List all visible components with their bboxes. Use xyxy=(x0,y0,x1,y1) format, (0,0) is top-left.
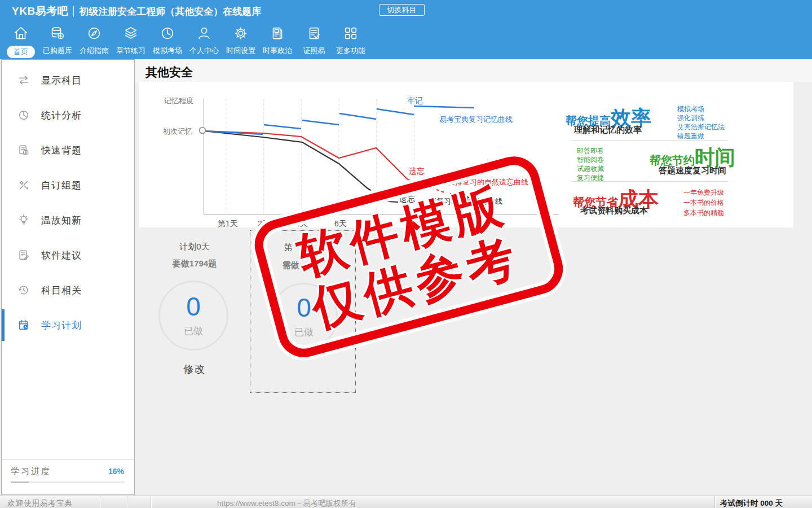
x-tick-day2: 2天 xyxy=(258,219,270,227)
nav-time-settings[interactable]: 时间设置 xyxy=(223,25,259,56)
promo-item: 模拟考场 xyxy=(677,104,725,113)
promo-item: 试题收藏 xyxy=(577,164,604,173)
swap-icon xyxy=(17,74,30,86)
nav-purchased-banks[interactable]: 已购题库 xyxy=(39,25,76,56)
sidebar-item-label: 科目相关 xyxy=(41,284,82,297)
black-forgetting-curve xyxy=(204,131,398,202)
promo-item: 艾宾浩斯记忆法 xyxy=(677,122,725,132)
plan-day-count: 0 xyxy=(297,295,311,321)
study-progress-bar xyxy=(11,481,125,483)
app-logo: YKB易考吧 xyxy=(12,4,68,19)
plan-total-questions: 要做1794题 xyxy=(149,259,240,269)
brand-divider xyxy=(73,6,74,17)
sidebar-item-label: 统计分析 xyxy=(41,109,82,122)
plan-icon xyxy=(17,319,30,331)
nav-more-functions-label: 更多功能 xyxy=(336,46,365,56)
nav-guide[interactable]: 介绍指南 xyxy=(76,25,112,56)
nav-mock-exam[interactable]: 模拟考场 xyxy=(149,25,186,56)
news-icon xyxy=(269,25,286,42)
plan-day-card[interactable]: 第 需做 0 已做 xyxy=(250,230,356,393)
sidebar-item-software-suggestions[interactable]: 软件建议 xyxy=(2,239,134,271)
layers-icon xyxy=(122,25,139,42)
nav-chapter-practice[interactable]: 章节练习 xyxy=(113,25,149,56)
sidebar: 显示科目 统计分析 快速背题 自订组题 温故知新 软件建议 科目相关 学习计划 xyxy=(1,59,135,495)
nav-personal-center-label: 个人中心 xyxy=(189,46,219,56)
x-tick-day1: 第1天 xyxy=(218,219,238,227)
promo-item: 一年免费升级 xyxy=(683,187,724,198)
nav-zhengzhaoyi[interactable]: 证照易 xyxy=(296,25,332,56)
black-curve-desc: 不复习的自然遗忘曲线 xyxy=(429,197,502,205)
compass-icon xyxy=(86,25,103,42)
app-title: 初级注册安全工程师（其他安全）在线题库 xyxy=(79,5,261,18)
statusbar-divider xyxy=(714,496,715,508)
promo-cost-list: 一年免费升级 一本书的价格 多本书的精髓 xyxy=(683,187,724,218)
study-progress-fill xyxy=(11,481,29,483)
nav-zhengzhaoyi-label: 证照易 xyxy=(303,46,325,56)
nav-guide-label: 介绍指南 xyxy=(80,46,109,56)
nav-more-functions[interactable]: 更多功能 xyxy=(333,25,369,56)
promo-time-list: 即答即看 智能阅卷 试题收藏 复习便捷 xyxy=(577,146,604,182)
bulb-icon xyxy=(17,214,30,226)
sidebar-item-label: 温故知新 xyxy=(41,214,82,227)
statusbar-divider xyxy=(100,496,100,508)
promo-item: 即答即看 xyxy=(577,146,604,155)
person-icon xyxy=(196,25,213,42)
sidebar-item-statistics[interactable]: 统计分析 xyxy=(2,99,134,131)
promo-cost-sub: 考试资料购买成本 xyxy=(580,205,648,216)
certificate-icon xyxy=(306,25,323,42)
sidebar-item-label: 显示科目 xyxy=(41,74,82,87)
database-icon xyxy=(49,25,66,42)
nav-personal-center[interactable]: 个人中心 xyxy=(186,25,222,56)
grid-icon xyxy=(342,25,359,42)
sidebar-item-study-plan[interactable]: 学习计划 xyxy=(2,309,134,341)
sidebar-item-custom-sets[interactable]: 自订组题 xyxy=(2,169,134,201)
promo-divider xyxy=(571,181,728,182)
statusbar-welcome: 欢迎使用易考宝典 xyxy=(7,498,73,508)
memory-curve-panel: 记忆程度 初次记忆 牢记 易考宝典复习记忆曲线 遗忘 不经安排复习的自然遗忘曲线… xyxy=(139,82,793,227)
nav-purchased-banks-label: 已购题库 xyxy=(43,46,72,56)
sidebar-item-show-subjects[interactable]: 显示科目 xyxy=(2,64,134,96)
statusbar-divider xyxy=(151,496,151,508)
promo-time-sub: 答题速度复习时间 xyxy=(659,165,726,176)
sidebar-item-subject-related[interactable]: 科目相关 xyxy=(2,274,134,306)
home-icon xyxy=(12,25,29,42)
header: YKB易考吧 初级注册安全工程师（其他安全）在线题库 切换科目 首页 已购题库 … xyxy=(0,0,812,59)
history-icon xyxy=(17,284,30,296)
brand: YKB易考吧 初级注册安全工程师（其他安全）在线题库 xyxy=(12,4,261,19)
statusbar-divider xyxy=(127,496,127,508)
study-progress-value: 16% xyxy=(108,467,124,476)
switch-subject-button[interactable]: 切换科目 xyxy=(379,4,425,16)
initial-memory-marker xyxy=(200,128,206,134)
promo-divider xyxy=(571,140,728,141)
nav-home-label: 首页 xyxy=(7,46,35,58)
nav-time-settings-label: 时间设置 xyxy=(226,46,255,56)
gridlines xyxy=(226,99,414,214)
memory-curve-chart: 记忆程度 初次记忆 牢记 易考宝典复习记忆曲线 遗忘 不经安排复习的自然遗忘曲线… xyxy=(139,82,573,227)
x-tick-day4: 4天 xyxy=(295,219,308,227)
promo-efficiency-list: 模拟考场 强化训练 艾宾浩斯记忆法 错题重做 xyxy=(677,104,725,141)
y-axis-label: 记忆程度 xyxy=(164,97,193,105)
initial-memory-label: 初次记忆 xyxy=(163,127,192,135)
clock-icon xyxy=(159,25,176,42)
pie-icon xyxy=(17,109,30,121)
nav-chapter-practice-label: 章节练习 xyxy=(116,46,145,56)
sidebar-item-review-old[interactable]: 温故知新 xyxy=(2,204,134,236)
nav-home[interactable]: 首页 xyxy=(3,25,39,58)
gear-icon xyxy=(232,25,249,42)
plan-edit-button[interactable]: 修改 xyxy=(175,362,214,376)
x-tick-day6: 6天 xyxy=(334,219,347,227)
red-curve-desc: 不经安排复习的自然遗忘曲线 xyxy=(433,178,528,186)
app-window: YKB易考吧 初级注册安全工程师（其他安全）在线题库 切换科目 首页 已购题库 … xyxy=(0,0,812,508)
flash-book-icon xyxy=(17,144,30,156)
title-strip xyxy=(135,59,812,82)
exam-countdown: 考试倒计时 000 天 xyxy=(720,498,783,508)
plan-day-need: 需做 xyxy=(250,260,331,271)
plan-done-label: 已做 xyxy=(184,325,203,338)
nav-mock-exam-label: 模拟考场 xyxy=(153,46,182,56)
plan-day-circle: 0 已做 xyxy=(270,283,338,351)
tools-icon xyxy=(17,179,30,191)
nav-current-politics[interactable]: 时事政治 xyxy=(259,25,295,56)
sidebar-item-quick-memorize[interactable]: 快速背题 xyxy=(2,134,134,166)
promo-item: 错题重做 xyxy=(677,132,725,141)
promo-item: 智能阅卷 xyxy=(577,155,604,164)
